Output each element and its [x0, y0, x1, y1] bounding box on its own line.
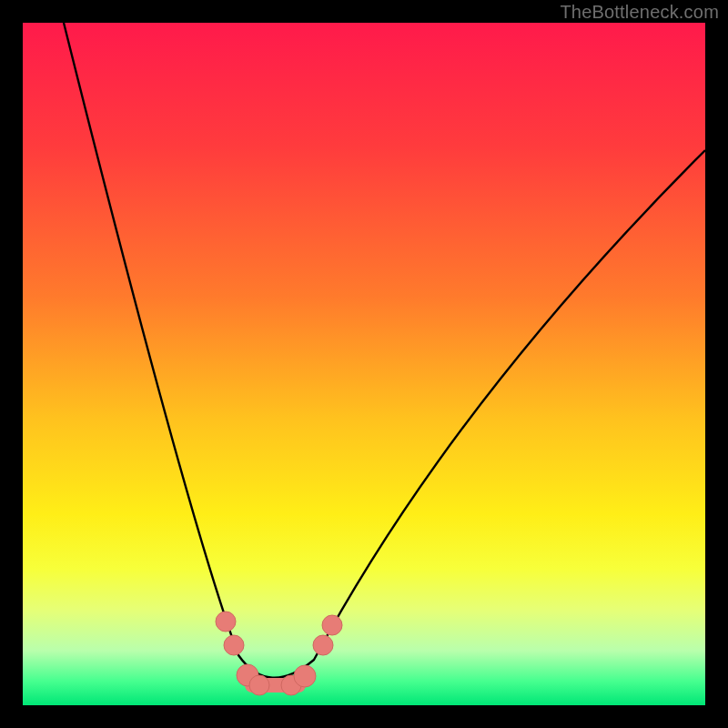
highlight-marker: [313, 635, 333, 655]
highlight-marker: [322, 615, 342, 635]
highlight-marker: [294, 665, 316, 687]
watermark-text: TheBottleneck.com: [560, 2, 719, 23]
bottleneck-curve: [23, 23, 705, 705]
highlight-marker: [216, 612, 236, 632]
plot-area: [23, 23, 705, 705]
chart-frame: TheBottleneck.com: [0, 0, 728, 728]
highlight-marker: [249, 675, 269, 695]
highlight-marker: [224, 635, 244, 655]
